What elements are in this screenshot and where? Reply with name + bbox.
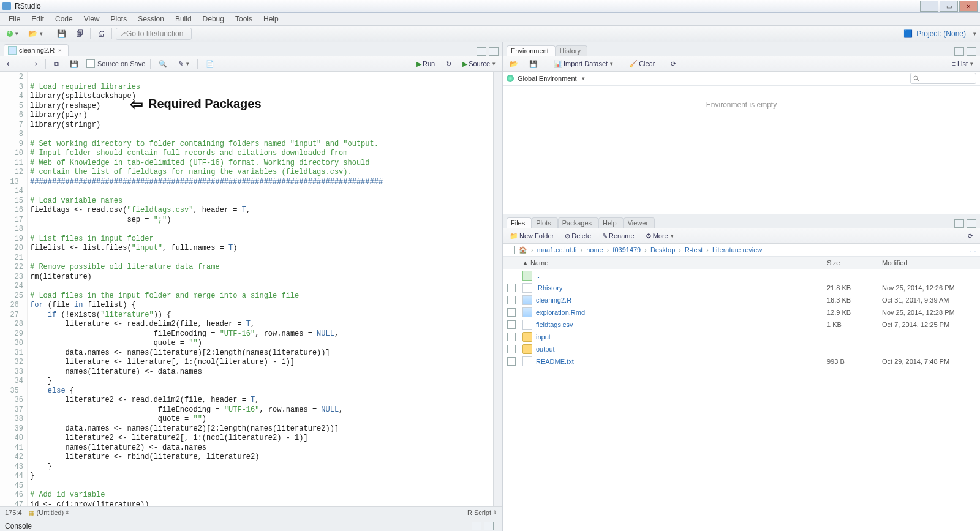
file-checkbox[interactable]	[507, 345, 516, 353]
tab-environment[interactable]: Environment	[507, 45, 556, 56]
file-row[interactable]: input	[503, 331, 980, 343]
crumb[interactable]: maa1.cc.lut.fi	[537, 246, 577, 254]
goto-file-input[interactable]: ↗ Go to file/function	[116, 28, 192, 40]
save-source-button[interactable]: 💾	[67, 59, 81, 69]
crumb[interactable]: f0391479	[612, 246, 641, 254]
crumb[interactable]: Desktop	[650, 246, 675, 254]
select-all-checkbox[interactable]	[507, 246, 515, 254]
files-minimize-icon[interactable]	[954, 219, 964, 228]
file-checkbox[interactable]	[507, 296, 516, 304]
print-button[interactable]: 🖨	[94, 28, 108, 39]
file-checkbox[interactable]	[507, 308, 516, 317]
popout-button[interactable]: ⧉	[51, 59, 62, 69]
files-maximize-icon[interactable]	[967, 219, 976, 228]
file-name[interactable]: output	[536, 345, 555, 353]
file-name[interactable]: exploration.Rmd	[536, 309, 585, 316]
tab-packages[interactable]: Packages	[558, 217, 598, 228]
file-row[interactable]: cleaning2.R16.3 KBOct 31, 2014, 9:39 AM	[503, 294, 980, 306]
open-project-button[interactable]: 📂▾	[25, 28, 46, 39]
menu-file[interactable]: File	[4, 13, 25, 24]
code-editor[interactable]: 2 3 4 5 6 7 8 9 10 11 12 13 14 15 16 17 …	[0, 72, 502, 506]
console-pane-collapsed[interactable]: Console	[0, 519, 502, 531]
save-workspace-button[interactable]: 💾	[526, 59, 541, 69]
tab-help[interactable]: Help	[598, 217, 624, 228]
console-maximize-icon[interactable]	[484, 522, 494, 530]
file-name[interactable]: fieldtags.csv	[536, 321, 573, 328]
refresh-env-button[interactable]: ⟳	[668, 59, 679, 69]
env-minimize-icon[interactable]	[954, 47, 964, 56]
tab-viewer[interactable]: Viewer	[624, 217, 655, 228]
file-name[interactable]: ..	[536, 272, 540, 279]
file-checkbox[interactable]	[507, 320, 516, 329]
env-maximize-icon[interactable]	[967, 47, 976, 56]
clear-env-button[interactable]: 🧹 Clear	[626, 59, 658, 69]
file-name[interactable]: cleaning2.R	[536, 296, 571, 304]
pane-minimize-icon[interactable]	[477, 47, 486, 56]
nav-back-button[interactable]: ⟵	[4, 59, 20, 69]
section-label[interactable]: (Untitled)	[37, 509, 64, 516]
save-button[interactable]: 💾	[54, 28, 69, 39]
file-checkbox[interactable]	[507, 357, 516, 366]
menu-code[interactable]: Code	[50, 13, 78, 24]
find-button[interactable]: 🔍	[156, 59, 170, 69]
editor-scrollbar[interactable]	[493, 72, 502, 506]
source-tab-cleaning2[interactable]: cleaning2.R ×	[4, 44, 69, 56]
file-checkbox[interactable]	[507, 284, 516, 292]
file-row[interactable]: fieldtags.csv1 KBOct 7, 2014, 12:25 PM	[503, 318, 980, 331]
crumb[interactable]: R-test	[685, 246, 703, 254]
window-maximize[interactable]: ▭	[940, 1, 958, 12]
home-icon[interactable]: 🏠	[519, 246, 527, 254]
file-row[interactable]: README.txt993 BOct 29, 2014, 7:48 PM	[503, 355, 980, 367]
file-row[interactable]: ..	[503, 269, 980, 282]
env-list-toggle[interactable]: ≡ List▾	[949, 59, 976, 69]
menu-session[interactable]: Session	[133, 13, 169, 24]
crumb[interactable]: Literature review	[712, 246, 762, 254]
env-scope-label[interactable]: Global Environment	[518, 75, 577, 82]
file-row[interactable]: exploration.Rmd12.9 KBNov 25, 2014, 12:2…	[503, 306, 980, 318]
menu-edit[interactable]: Edit	[26, 13, 49, 24]
menu-help[interactable]: Help	[258, 13, 284, 24]
editor-code[interactable]: # Load required libraries library(splits…	[28, 72, 385, 506]
col-name-label[interactable]: Name	[530, 259, 548, 266]
menu-tools[interactable]: Tools	[230, 13, 257, 24]
rerun-button[interactable]: ↻	[443, 59, 454, 69]
rename-button[interactable]: ✎ Rename	[599, 231, 638, 241]
new-file-button[interactable]: ▾	[4, 29, 21, 38]
window-close[interactable]: ✕	[959, 1, 978, 12]
crumb[interactable]: home	[586, 246, 603, 254]
tab-plots[interactable]: Plots	[532, 217, 557, 228]
col-mod-label[interactable]: Modified	[882, 259, 980, 266]
project-menu[interactable]: Project: (None)	[916, 29, 966, 38]
window-minimize[interactable]: —	[920, 1, 938, 12]
delete-button[interactable]: ⊘ Delete	[562, 231, 594, 241]
load-workspace-button[interactable]: 📂	[507, 59, 521, 69]
col-size-label[interactable]: Size	[827, 259, 882, 266]
file-name[interactable]: input	[536, 333, 551, 341]
save-all-button[interactable]: 🗐	[73, 28, 86, 39]
menu-debug[interactable]: Debug	[198, 13, 229, 24]
file-name[interactable]: README.txt	[536, 358, 574, 365]
crumb-more-icon[interactable]: …	[970, 246, 976, 254]
file-row[interactable]: output	[503, 343, 980, 355]
close-tab-icon[interactable]: ×	[58, 47, 62, 54]
run-button[interactable]: ▶ Run	[413, 59, 438, 69]
menu-plots[interactable]: Plots	[106, 13, 132, 24]
language-label[interactable]: R Script	[467, 509, 491, 516]
new-folder-button[interactable]: 📁 New Folder	[507, 231, 557, 241]
pane-maximize-icon[interactable]	[489, 47, 499, 56]
menu-build[interactable]: Build	[170, 13, 197, 24]
wand-button[interactable]: ✎▾	[175, 59, 192, 69]
console-restore-icon[interactable]	[472, 522, 481, 530]
env-search-input[interactable]	[910, 73, 976, 84]
import-dataset-button[interactable]: 📊 Import Dataset▾	[551, 59, 616, 69]
source-button[interactable]: ▶ Source ▾	[459, 59, 499, 69]
file-name[interactable]: .Rhistory	[536, 284, 562, 292]
file-checkbox[interactable]	[507, 333, 516, 341]
notebook-button[interactable]: 📄	[203, 59, 217, 69]
files-refresh-button[interactable]: ⟳	[965, 231, 976, 241]
tab-files[interactable]: Files	[507, 217, 532, 228]
tab-history[interactable]: History	[556, 45, 587, 56]
nav-fwd-button[interactable]: ⟶	[24, 59, 40, 69]
source-on-save-toggle[interactable]: Source on Save	[86, 59, 145, 68]
file-row[interactable]: .Rhistory21.8 KBNov 25, 2014, 12:26 PM	[503, 282, 980, 294]
